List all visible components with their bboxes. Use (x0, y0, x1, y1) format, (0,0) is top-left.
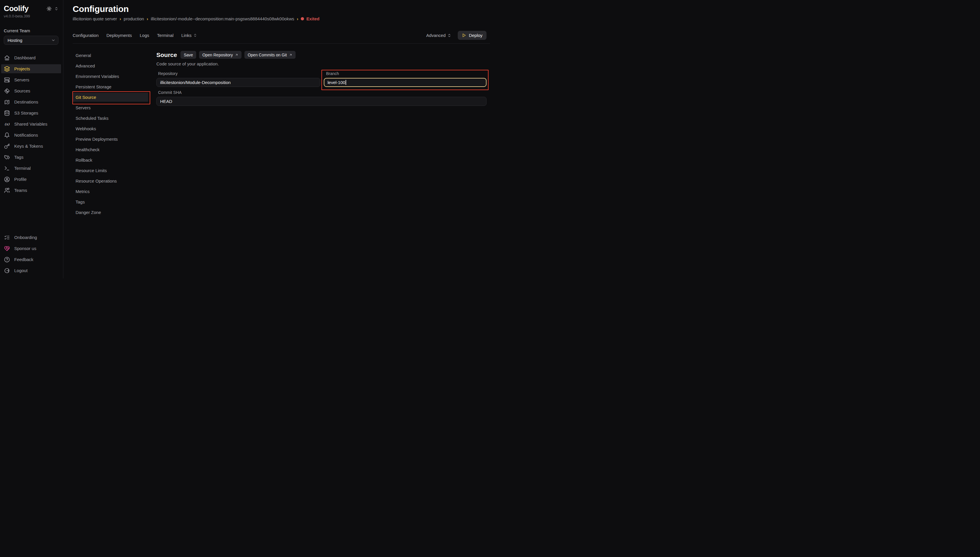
save-button[interactable]: Save (180, 51, 196, 59)
subnav-item-tags[interactable]: Tags (73, 197, 148, 207)
breadcrumb-item[interactable]: illicitonion quote server (73, 16, 117, 21)
subnav-item-preview-deployments[interactable]: Preview Deployments (73, 135, 148, 143)
sidebar-item-label: Tags (14, 155, 24, 160)
tab-links[interactable]: Links (181, 33, 197, 38)
chevron-down-icon (51, 38, 55, 42)
branch-field: Branch level-100 (324, 71, 486, 87)
open-commits-button[interactable]: Open Commits on Git (244, 51, 296, 59)
repository-label: Repository (158, 71, 320, 76)
arrow-up-right-icon (235, 53, 238, 57)
sidebar-item-label: Projects (14, 66, 30, 71)
chevron-right-icon: › (120, 16, 121, 21)
sidebar-item-s3-storages[interactable]: S3 Storages (1, 108, 61, 117)
sidebar-footer-nav: OnboardingSponsor usFeedbackLogout (0, 233, 63, 275)
subnav-item-label: Tags (76, 199, 85, 204)
repository-field: Repository (156, 71, 320, 87)
sidebar-item-sources[interactable]: Sources (1, 86, 61, 95)
sidebar-item-notifications[interactable]: Notifications (1, 130, 61, 140)
map-icon (4, 99, 10, 105)
repository-input[interactable] (156, 78, 320, 87)
arrow-up-right-icon (289, 53, 293, 57)
home-icon (4, 55, 10, 61)
subnav-item-git-source[interactable]: Git Source (73, 93, 148, 102)
team-select[interactable]: Hosting (4, 36, 59, 45)
sidebar-item-teams[interactable]: Teams (1, 186, 61, 195)
subnav-item-webhooks[interactable]: Webhooks (73, 124, 148, 133)
sidebar-item-label: Terminal (14, 166, 31, 171)
source-section: Source Save Open Repository Open Commits… (156, 51, 486, 217)
tab-configuration[interactable]: Configuration (73, 33, 99, 38)
status-dot-icon (301, 17, 304, 20)
branch-input[interactable]: level-100 (324, 78, 486, 87)
sidebar-item-shared-variables[interactable]: (x)Shared Variables (1, 119, 61, 129)
tab-label: Configuration (73, 33, 99, 38)
subnav-item-label: Preview Deployments (76, 137, 118, 142)
sidebar-item-destinations[interactable]: Destinations (1, 98, 61, 106)
chevron-right-icon: › (147, 16, 148, 21)
layers-icon (4, 66, 10, 72)
sun-icon[interactable] (47, 6, 52, 11)
subnav-item-label: Healthcheck (76, 147, 100, 152)
subnav-item-environment-variables[interactable]: Environment Variables (73, 72, 148, 81)
current-team-label: Current Team (4, 28, 59, 33)
commit-sha-input[interactable] (156, 97, 486, 106)
breadcrumb-item[interactable]: illicitestonion/-module--decomposition:m… (151, 16, 294, 21)
commit-sha-field: Commit SHA (156, 90, 486, 106)
sidebar-item-keys-tokens[interactable]: Keys & Tokens (1, 142, 61, 151)
subnav-item-persistent-storage[interactable]: Persistent Storage (73, 82, 148, 91)
sidebar-item-servers[interactable]: Servers (1, 75, 61, 84)
sidebar-item-projects[interactable]: Projects (1, 64, 61, 73)
subnav-item-label: Rollback (76, 158, 93, 163)
subnav-item-resource-limits[interactable]: Resource Limits (73, 166, 148, 175)
tab-deployments[interactable]: Deployments (106, 33, 132, 38)
tags-icon (4, 155, 10, 160)
subnav-item-metrics[interactable]: Metrics (73, 187, 148, 196)
advanced-label: Advanced (426, 33, 446, 38)
sidebar-item-logout[interactable]: Logout (1, 266, 61, 275)
open-repository-button[interactable]: Open Repository (199, 51, 242, 59)
subnav-item-label: Git Source (76, 95, 96, 100)
status-label: Exited (306, 16, 319, 21)
sidebar-item-dashboard[interactable]: Dashboard (1, 53, 61, 62)
subnav-item-danger-zone[interactable]: Danger Zone (73, 208, 148, 217)
sidebar-item-tags[interactable]: Tags (1, 153, 61, 162)
chevron-right-icon: › (297, 16, 298, 21)
settings-subnav: GeneralAdvancedEnvironment VariablesPers… (73, 51, 148, 217)
tab-logs[interactable]: Logs (140, 33, 150, 38)
heart-handshake-icon (4, 246, 10, 251)
breadcrumb-item[interactable]: production (124, 16, 144, 21)
sidebar-item-terminal[interactable]: Terminal (1, 164, 61, 173)
sidebar-item-label: Keys & Tokens (14, 143, 43, 148)
subnav-item-advanced[interactable]: Advanced (73, 61, 148, 70)
subnav-item-resource-operations[interactable]: Resource Operations (73, 176, 148, 186)
sidebar-item-profile[interactable]: Profile (1, 175, 61, 184)
sidebar-header: Coolify v4.0.0-beta.399 Current Team Hos… (0, 4, 63, 45)
page-title: Configuration (73, 4, 486, 14)
tab-label: Terminal (157, 33, 174, 38)
tab-terminal[interactable]: Terminal (157, 33, 174, 38)
breadcrumb: illicitonion quote server›production›ill… (73, 16, 486, 21)
subnav-item-servers[interactable]: Servers (73, 103, 148, 112)
subnav-item-healthcheck[interactable]: Healthcheck (73, 145, 148, 154)
sidebar-item-onboarding[interactable]: Onboarding (1, 233, 61, 242)
database-icon (4, 110, 10, 116)
sidebar-item-label: Teams (14, 188, 27, 193)
chevrons-up-down-icon[interactable] (54, 7, 59, 11)
sidebar-item-sponsor-us[interactable]: Sponsor us (1, 244, 61, 253)
chevrons-up-down-icon (447, 33, 451, 37)
subnav-item-rollback[interactable]: Rollback (73, 156, 148, 164)
tab-label: Logs (140, 33, 150, 38)
tab-label: Links (181, 33, 192, 38)
deploy-button[interactable]: Deploy (458, 31, 486, 40)
subnav-item-label: Resource Limits (76, 168, 107, 173)
subnav-item-label: Resource Operations (76, 179, 117, 184)
subnav-item-general[interactable]: General (73, 51, 148, 60)
sidebar-item-feedback[interactable]: Feedback (1, 255, 61, 264)
subnav-item-label: Danger Zone (76, 210, 101, 215)
team-select-value: Hosting (8, 38, 23, 43)
advanced-dropdown[interactable]: Advanced (426, 33, 452, 38)
tabs: ConfigurationDeploymentsLogsTerminalLink… (73, 33, 197, 38)
server-icon (4, 77, 10, 83)
sidebar-item-label: Sponsor us (14, 246, 36, 251)
subnav-item-scheduled-tasks[interactable]: Scheduled Tasks (73, 114, 148, 123)
